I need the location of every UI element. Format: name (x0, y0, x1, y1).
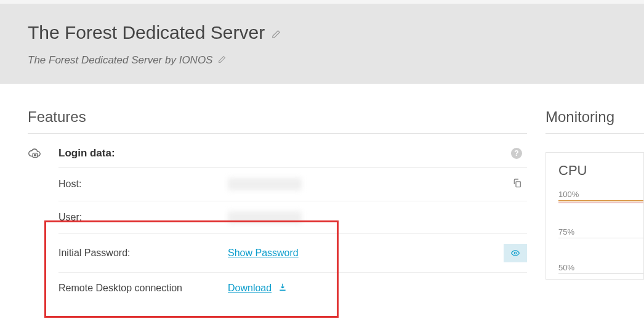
svg-rect-3 (516, 182, 520, 187)
password-row: Initial Password: Show Password (58, 234, 527, 273)
password-label: Initial Password: (58, 248, 228, 259)
server-icon (28, 146, 41, 162)
show-password-link[interactable]: Show Password (228, 248, 299, 258)
svg-point-4 (514, 252, 517, 254)
user-label: User: (58, 212, 228, 223)
host-label: Host: (58, 179, 228, 190)
monitoring-panel: Monitoring CPU 100% 75% 50% (533, 108, 644, 304)
pencil-icon[interactable] (272, 30, 281, 41)
host-value (228, 178, 512, 190)
rdp-row: Remote Desktop connection Download (58, 273, 527, 304)
copy-icon[interactable] (512, 177, 522, 191)
cpu-tick: 50% (558, 263, 643, 274)
cpu-chart: CPU 100% 75% 50% (545, 152, 644, 280)
cpu-tick: 75% (558, 227, 643, 238)
cpu-title: CPU (558, 163, 643, 179)
page-subtitle: The Forest Dedicated Server by IONOS (28, 54, 212, 66)
features-heading: Features (28, 108, 527, 134)
monitoring-heading: Monitoring (545, 108, 644, 134)
cpu-tick: 100% (558, 190, 643, 201)
user-value (228, 211, 527, 224)
help-icon[interactable]: ? (511, 148, 522, 159)
user-row: User: (58, 201, 527, 234)
host-row: Host: (58, 168, 527, 201)
login-data-label: Login data: (58, 147, 115, 159)
download-link[interactable]: Download (228, 283, 272, 293)
download-icon[interactable] (278, 283, 287, 293)
features-panel: Features Login data: ? Host: (28, 108, 527, 304)
page-header: The Forest Dedicated Server The Forest D… (0, 0, 644, 84)
rdp-label: Remote Desktop connection (58, 283, 228, 294)
page-title: The Forest Dedicated Server (28, 22, 265, 42)
pencil-icon[interactable] (218, 55, 226, 65)
eye-icon[interactable] (504, 244, 527, 262)
